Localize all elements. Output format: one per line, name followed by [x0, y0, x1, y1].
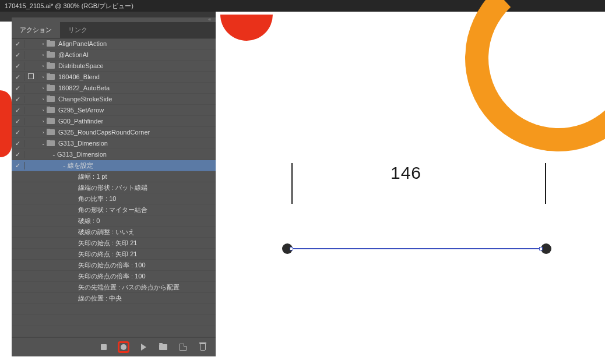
play-button[interactable]	[138, 341, 149, 353]
check-icon	[15, 62, 20, 69]
row-content: ›160406_Blend	[37, 73, 216, 80]
action-row[interactable]: ›DistributeSpace	[12, 61, 216, 72]
selected-path[interactable]	[286, 248, 548, 249]
new-action-button[interactable]	[177, 341, 189, 353]
row-content: 矢印の終点の倍率 : 100	[37, 272, 216, 281]
toggle-column[interactable]	[12, 151, 24, 158]
row-label: AlignPanelAction	[58, 40, 107, 47]
folder-icon	[47, 52, 55, 58]
action-row[interactable]: ›G325_RoundCapsRoundCorner	[12, 127, 216, 138]
toggle-column[interactable]	[12, 140, 24, 147]
check-icon	[15, 107, 20, 114]
row-label: 160822_AutoBeta	[58, 84, 110, 91]
action-row[interactable]: 矢印の始点 : 矢印 21	[12, 238, 216, 249]
action-row[interactable]: 矢印の終点 : 矢印 21	[12, 249, 216, 260]
stop-button[interactable]	[98, 341, 110, 353]
row-content: ⌄G313_Dimension	[37, 140, 216, 147]
row-content: 矢印の始点 : 矢印 21	[37, 239, 216, 248]
row-label: 線の位置 : 中央	[78, 294, 122, 303]
check-icon	[15, 129, 20, 136]
chevron-right-icon[interactable]: ›	[40, 119, 47, 124]
toggle-column[interactable]	[12, 162, 24, 169]
toggle-column[interactable]	[12, 40, 24, 48]
action-row[interactable]: ⌄線を設定	[12, 160, 216, 171]
action-row[interactable]: ›160406_Blend	[12, 72, 216, 83]
action-row[interactable]: ›AlignPanelAction	[12, 38, 216, 50]
tab-actions[interactable]: アクション	[12, 22, 60, 38]
row-label: DistributeSpace	[58, 62, 104, 69]
toggle-column[interactable]	[12, 129, 24, 136]
check-icon	[15, 140, 20, 147]
toggle-column[interactable]	[12, 73, 24, 81]
action-row[interactable]: 角の形状 : マイター結合	[12, 204, 216, 215]
record-button[interactable]	[118, 341, 129, 353]
panel-footer	[12, 337, 216, 356]
row-label: 線を設定	[68, 161, 93, 170]
action-row[interactable]: 角の比率 : 10	[12, 193, 216, 204]
anchor-handle-left[interactable]	[290, 247, 293, 250]
row-label: G00_Pathfinder	[58, 118, 103, 125]
chevron-right-icon[interactable]: ›	[40, 75, 47, 80]
delete-button[interactable]	[197, 341, 209, 353]
actions-list: ›AlignPanelAction›@ActionAI›DistributeSp…	[12, 38, 216, 337]
dialog-column[interactable]	[24, 73, 37, 80]
action-row[interactable]: 矢の先端位置 : パスの終点から配置	[12, 282, 216, 293]
chevron-right-icon[interactable]: ›	[40, 52, 47, 58]
dimension-tick-left	[291, 163, 293, 204]
action-row[interactable]: 破線 : 0	[12, 215, 216, 227]
row-label: G325_RoundCapsRoundCorner	[58, 129, 150, 136]
chevron-right-icon[interactable]: ›	[40, 63, 47, 69]
action-row[interactable]: 破線の調整 : いいえ	[12, 227, 216, 238]
toggle-column[interactable]	[12, 96, 24, 103]
toggle-column[interactable]	[12, 84, 24, 92]
action-row[interactable]: ⌄G313_Dimension	[12, 138, 216, 149]
check-icon	[15, 51, 20, 58]
chevron-right-icon[interactable]: ›	[40, 130, 47, 135]
check-icon	[15, 118, 20, 125]
panel-collapse-bar[interactable]: «	[12, 17, 216, 22]
row-content: ›DistributeSpace	[37, 62, 216, 69]
chevron-right-icon[interactable]: ›	[40, 86, 47, 91]
action-row[interactable]: ›ChangeStrokeSide	[12, 94, 216, 105]
row-label: 角の形状 : マイター結合	[78, 206, 147, 214]
toggle-column[interactable]	[12, 107, 24, 114]
dimension-label: 146	[391, 163, 421, 183]
new-set-button[interactable]	[157, 341, 169, 353]
check-icon	[15, 96, 20, 103]
row-label: ChangeStrokeSide	[58, 96, 112, 103]
action-row[interactable]: ›160822_AutoBeta	[12, 83, 216, 94]
row-label: G295_SetArrow	[58, 107, 104, 114]
row-label: 矢印の終点の倍率 : 100	[78, 272, 146, 281]
anchor-handle-right[interactable]	[539, 247, 543, 250]
toggle-column[interactable]	[12, 62, 24, 70]
chevron-right-icon[interactable]: ›	[40, 108, 47, 113]
chevron-down-icon[interactable]: ⌄	[61, 163, 68, 168]
chevron-down-icon[interactable]: ⌄	[40, 141, 47, 146]
row-content: ›AlignPanelAction	[37, 40, 216, 47]
action-row[interactable]: 矢印の終点の倍率 : 100	[12, 271, 216, 282]
toggle-column[interactable]	[12, 118, 24, 125]
action-row[interactable]: ⌄G313_Dimension	[12, 149, 216, 160]
row-content: ›G325_RoundCapsRoundCorner	[37, 129, 216, 136]
action-row[interactable]: ›G295_SetArrow	[12, 105, 216, 116]
row-content: ›G00_Pathfinder	[37, 118, 216, 125]
chevron-down-icon[interactable]: ⌄	[50, 152, 57, 157]
empty-row	[12, 304, 216, 315]
action-row[interactable]: ›G00_Pathfinder	[12, 116, 216, 127]
action-row[interactable]: 線端の形状 : バット線端	[12, 182, 216, 193]
row-label: 矢印の終点 : 矢印 21	[78, 250, 137, 259]
action-row[interactable]: ›@ActionAI	[12, 50, 216, 61]
check-icon	[15, 73, 20, 80]
row-label: 破線の調整 : いいえ	[78, 228, 135, 236]
action-row[interactable]: 線の位置 : 中央	[12, 293, 216, 304]
row-content: ›160822_AutoBeta	[37, 84, 216, 91]
action-row[interactable]: 線幅 : 1 pt	[12, 171, 216, 182]
toggle-column[interactable]	[12, 51, 24, 59]
row-content: ⌄線を設定	[37, 161, 216, 170]
folder-icon	[47, 63, 55, 69]
chevron-right-icon[interactable]: ›	[40, 41, 47, 47]
panel-tabs: アクション リンク	[12, 22, 216, 38]
chevron-right-icon[interactable]: ›	[40, 97, 47, 102]
tab-links[interactable]: リンク	[60, 22, 96, 38]
action-row[interactable]: 矢印の始点の倍率 : 100	[12, 260, 216, 271]
